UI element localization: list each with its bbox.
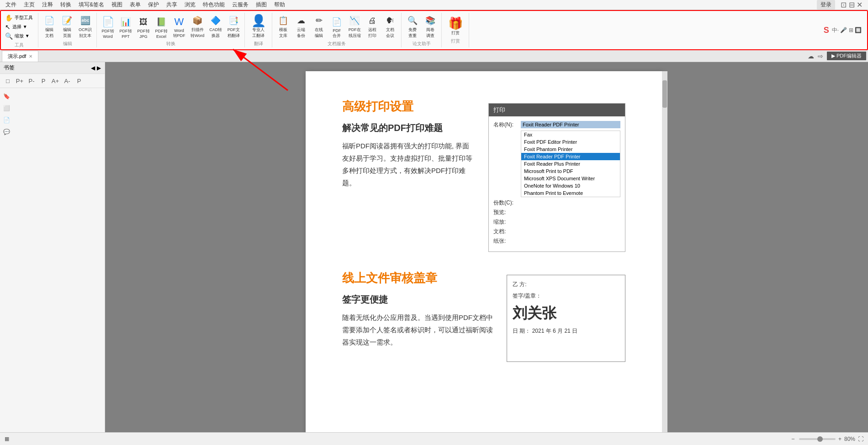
doc-meeting-btn[interactable]: 🗣 文档会议 — [382, 13, 398, 40]
pdf-compress-btn[interactable]: 📉 PDF在线压缩 — [346, 13, 363, 40]
layers-icon[interactable]: ⬜ — [2, 104, 11, 113]
pdf-tab[interactable]: 演示.pdf ✕ — [2, 51, 38, 62]
menu-file[interactable]: 文件 — [2, 0, 20, 10]
bookmark-icon[interactable]: 🔖 — [2, 92, 11, 101]
edit-page-icon: 📝 — [61, 14, 74, 27]
menu-browse[interactable]: 浏览 — [181, 0, 199, 10]
cloud-sync-icon[interactable]: ☁ — [808, 52, 814, 60]
remote-print-btn[interactable]: 🖨 远程打印 — [364, 13, 381, 40]
free-check-btn[interactable]: 🔍 免费查重 — [404, 13, 421, 40]
sidebar-tool-3[interactable]: P- — [26, 76, 37, 86]
printer-foxit-plus[interactable]: Foxit Reader Plus Printer — [521, 160, 620, 168]
login-btn[interactable]: 登录 — [817, 0, 835, 10]
status-text: ▦ — [5, 436, 9, 442]
printer-fax[interactable]: Fax — [521, 131, 620, 138]
online-edit-btn[interactable]: ✏ 在线编辑 — [311, 13, 327, 40]
check-icon: 🔍 — [406, 14, 419, 27]
page-thumb-icon[interactable]: 📄 — [2, 115, 11, 125]
printer-ms-pdf[interactable]: Microsoft Print to PDF — [521, 168, 620, 175]
zoom-plus-btn[interactable]: + — [838, 436, 842, 442]
print-dialog: 打印 名称(N): Foxit Reader PDF Printer Fax F… — [488, 103, 625, 252]
zoom-slider[interactable] — [799, 438, 836, 440]
menu-cloud[interactable]: 云服务 — [228, 0, 252, 10]
zoom-minus-btn[interactable]: － — [790, 435, 796, 443]
cloud-backup-btn[interactable]: ☁ 云端备份 — [293, 13, 309, 40]
comment-icon[interactable]: 💬 — [2, 127, 11, 136]
survey-btn[interactable]: 📚 阅卷调查 — [422, 13, 439, 40]
menu-convert[interactable]: 转换 — [57, 0, 75, 10]
pdf-viewer: 高级打印设置 解决常见的PDF打印难题 福昕PDF阅读器拥有强大的打印功能, 界… — [105, 62, 868, 445]
menu-annotation[interactable]: 注释 — [38, 0, 57, 10]
pdf-to-excel-btn[interactable]: 📗 PDF转Excel — [153, 15, 169, 40]
printer-ms-xps[interactable]: Microsoft XPS Document Writer — [521, 175, 620, 182]
menu-help[interactable]: 帮助 — [270, 0, 289, 10]
cad-converter-btn[interactable]: 🔷 CAD转换器 — [207, 13, 224, 40]
print-copies-row: 份数(C): — [493, 199, 620, 207]
left-icon-strip: 🔖 ⬜ 📄 💬 — [0, 88, 13, 445]
select-tool-btn[interactable]: ↖ 选择 ▼ — [4, 23, 34, 31]
menu-sign[interactable]: 填写&签名 — [75, 0, 108, 10]
translation-group-label: 翻译 — [254, 41, 263, 47]
pdf-merge-btn[interactable]: 📄 PDF合并 — [328, 15, 345, 40]
sidebar-tool-1[interactable]: □ — [3, 76, 13, 86]
template-lib-btn[interactable]: 📋 模板文库 — [275, 13, 291, 40]
sidebar-nav-left[interactable]: ◀ — [91, 65, 95, 71]
sidebar-nav-right[interactable]: ▶ — [97, 65, 101, 71]
edit-group: 📄 编辑文档 📝 编辑页面 🔤 OCR识别文本 编辑 — [38, 13, 97, 47]
online-edit-icon: ✏ — [312, 14, 325, 27]
sig-date: 日 期： 2021 年 6 月 21 日 — [513, 327, 619, 335]
human-translate-btn[interactable]: 👤 专业人工翻译 — [250, 13, 267, 40]
translate-icon: 📑 — [227, 14, 240, 27]
print-preview-row: 预览: — [493, 209, 620, 216]
sidebar-tool-2[interactable]: P+ — [15, 76, 25, 86]
section1: 高级打印设置 解决常见的PDF打印难题 福昕PDF阅读器拥有强大的打印功能, 界… — [342, 99, 625, 252]
scan-to-word-btn[interactable]: 📦 扫描件转Word — [189, 13, 206, 40]
tab-close-btn[interactable]: ✕ — [29, 54, 32, 59]
edit-page-btn[interactable]: 📝 编辑页面 — [59, 13, 75, 40]
menu-view[interactable]: 视图 — [108, 0, 126, 10]
scroll-thumb[interactable] — [662, 80, 667, 108]
edit-group-label: 编辑 — [63, 41, 72, 47]
pdf-editor-button[interactable]: ▶ PDF编辑器 — [827, 52, 866, 60]
sidebar-tool-7[interactable]: P — [74, 76, 84, 86]
sidebar-tool-6[interactable]: A- — [62, 76, 72, 86]
sidebar-tool-4[interactable]: P — [38, 76, 48, 86]
pdf-translate-btn[interactable]: 📑 PDF文档翻译 — [225, 13, 242, 40]
hand-tool-btn[interactable]: ✋ 手型工具 — [4, 14, 34, 22]
printer-phantom-evernote[interactable]: Phantom Print to Evernote — [521, 189, 620, 197]
edit-doc-btn[interactable]: 📄 编辑文档 — [41, 13, 58, 40]
menu-special[interactable]: 特色功能 — [199, 0, 228, 10]
printer-onenote[interactable]: OneNote for Windows 10 — [521, 182, 620, 189]
menu-home[interactable]: 主页 — [20, 0, 38, 10]
fullscreen-btn[interactable]: ⛶ — [858, 436, 863, 442]
zoom-tool-label: 缩放 ▼ — [15, 33, 30, 39]
remote-print-icon: 🖨 — [366, 14, 379, 27]
printer-foxit-editor[interactable]: Foxit PDF Editor Printer — [521, 138, 620, 146]
template-icon: 📋 — [277, 14, 290, 27]
print-preview-label: 预览: — [493, 209, 521, 216]
word-to-pdf-btn[interactable]: W Word转PDF — [171, 15, 187, 40]
translation-group: 👤 专业人工翻译 翻译 — [245, 13, 272, 47]
pdf-to-jpg-btn[interactable]: 🖼 PDF转JPG — [135, 15, 152, 40]
window-controls: ⊡ ⊟ ✕ — [837, 0, 866, 10]
sig-date-value: 2021 年 6 月 21 日 — [532, 328, 577, 334]
pdf-to-word-btn[interactable]: 📄 PDF转Word — [100, 15, 116, 40]
section1-body: 福昕PDF阅读器拥有强大的打印功能, 界面友好易于学习。支持虚拟打印、批量打印等… — [342, 140, 475, 189]
zoom-tool-btn[interactable]: 🔍 缩放 ▼ — [4, 32, 34, 40]
printer-foxit-phantom[interactable]: Foxit Phantom Printer — [521, 146, 620, 153]
menu-share[interactable]: 共享 — [163, 0, 181, 10]
menu-protect[interactable]: 保护 — [144, 0, 163, 10]
print-name-row: 名称(N): Foxit Reader PDF Printer — [493, 121, 620, 129]
menu-plugin[interactable]: 插图 — [252, 0, 270, 10]
sidebar-tool-5[interactable]: A+ — [50, 76, 60, 86]
section2-title: 线上文件审核盖章 — [342, 270, 493, 286]
pdf-to-ppt-btn[interactable]: 📊 PDF转PPT — [117, 15, 134, 40]
survey-icon: 📚 — [424, 14, 437, 27]
scrollbar[interactable] — [662, 71, 667, 436]
pdf-word-icon: 📄 — [101, 16, 114, 28]
arrow-right-icon[interactable]: ⇨ — [818, 52, 823, 60]
reward-btn[interactable]: 🎁 打赏 — [447, 16, 464, 37]
printer-foxit-reader[interactable]: Foxit Reader PDF Printer — [521, 153, 620, 160]
menu-form[interactable]: 表单 — [126, 0, 144, 10]
ocr-btn[interactable]: 🔤 OCR识别文本 — [77, 13, 94, 40]
